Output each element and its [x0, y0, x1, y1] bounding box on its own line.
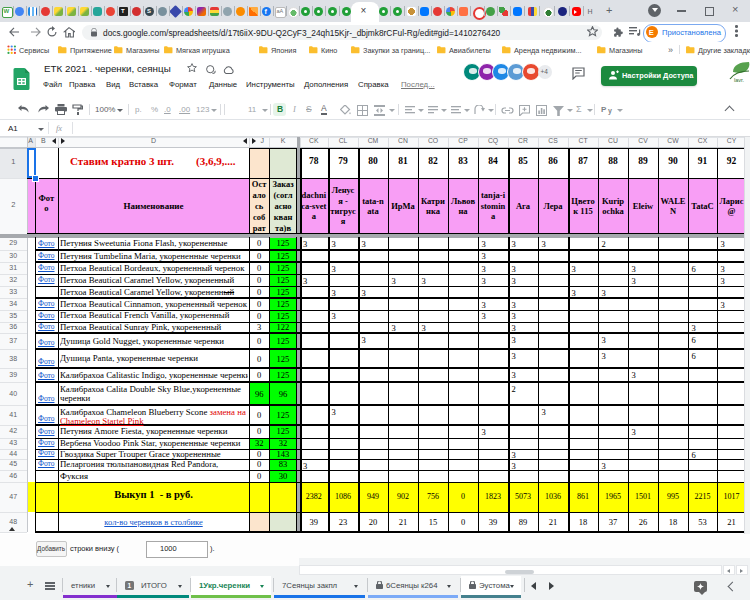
svg-text:lavr.: lavr. — [734, 77, 745, 83]
